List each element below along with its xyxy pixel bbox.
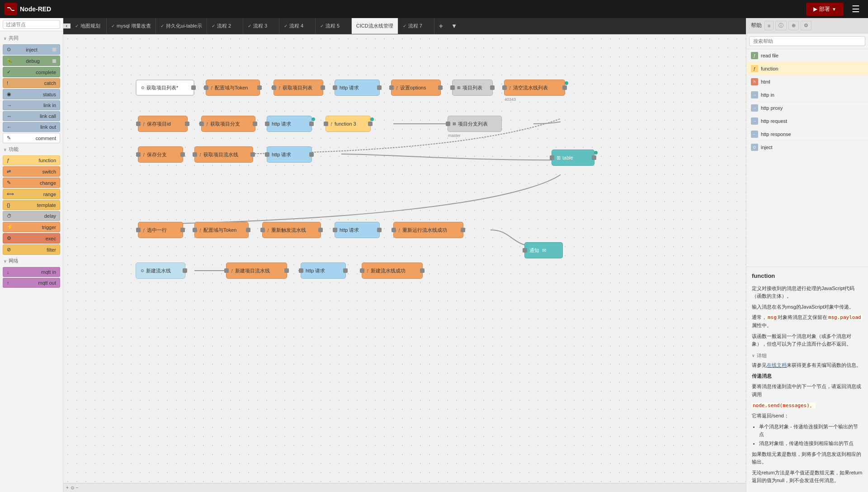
palette-node-inject[interactable]: ⊙ inject bbox=[3, 44, 60, 55]
port-right bbox=[420, 268, 425, 273]
palette-node-mqtt-in[interactable]: ↓ mqtt in bbox=[3, 267, 60, 277]
info-button[interactable]: ⓘ bbox=[775, 21, 787, 30]
function-node-icon: ƒ bbox=[199, 228, 202, 232]
bookmark-button[interactable]: ⊕ bbox=[788, 21, 799, 30]
tab-persist[interactable]: ✓ 持久化ui-table示 bbox=[156, 18, 207, 34]
node-select-row[interactable]: ƒ 选中一行 bbox=[138, 222, 183, 238]
tab-flow7[interactable]: ✓ 流程 7 bbox=[398, 18, 434, 34]
node-label: 获取项目列表 bbox=[283, 84, 312, 91]
palette-node-exec[interactable]: ⚙ exec bbox=[3, 233, 60, 244]
help-section-detail[interactable]: 详细 bbox=[752, 352, 863, 360]
help-item-html[interactable]: h html bbox=[746, 75, 868, 89]
node-get-project-pipeline[interactable]: ƒ 获取项目流水线 bbox=[194, 146, 253, 163]
help-item-read-file[interactable]: ƒ read file bbox=[746, 49, 868, 62]
tab-flow3[interactable]: ✓ 流程 3 bbox=[243, 18, 279, 34]
node-config-token-2[interactable]: ƒ 配置域与Token bbox=[194, 222, 249, 238]
zoom-out-button[interactable]: − bbox=[76, 485, 79, 490]
tabs-scroll-left[interactable]: ‹ bbox=[63, 23, 71, 28]
zoom-in-button[interactable]: + bbox=[66, 485, 69, 490]
node-http-request-1[interactable]: http 请求 bbox=[335, 80, 380, 96]
node-http-request-3[interactable]: http 请求 bbox=[267, 146, 312, 163]
help-search-input[interactable] bbox=[749, 36, 865, 46]
help-item-http-request[interactable]: → http request bbox=[746, 115, 868, 128]
help-item-inject[interactable]: ⊙ inject bbox=[746, 141, 868, 154]
palette-node-link-in[interactable]: → link in bbox=[3, 100, 60, 110]
list-view-button[interactable]: ≡ bbox=[764, 21, 774, 30]
palette-node-debug[interactable]: 🐛 debug bbox=[3, 56, 60, 66]
node-config-token-1[interactable]: ƒ 配置域与Token bbox=[206, 80, 260, 96]
node-label: 新建项目流水线 bbox=[235, 267, 270, 274]
inject-port bbox=[52, 48, 56, 52]
node-http-request-4[interactable]: http 请求 bbox=[335, 222, 380, 238]
tab-mysql[interactable]: ✓ mysql 增量改查 bbox=[107, 18, 156, 34]
palette-search-input[interactable] bbox=[3, 20, 60, 29]
palette-node-delay[interactable]: ⏱ delay bbox=[3, 211, 60, 221]
node-get-project-branch[interactable]: ƒ 获取项目分支 bbox=[201, 116, 255, 132]
tab-flow7-dot: ✓ bbox=[403, 23, 406, 28]
node-new-pipeline[interactable]: ⊙ 新建流水线 bbox=[136, 262, 185, 279]
palette-node-template[interactable]: {} template bbox=[3, 200, 60, 210]
tab-flow5[interactable]: ✓ 流程 5 bbox=[316, 18, 352, 34]
help-item-http-response[interactable]: ← http response bbox=[746, 128, 868, 141]
tab-map[interactable]: ✓ 地图规划 bbox=[71, 18, 107, 34]
palette-section-network[interactable]: 网络 bbox=[0, 256, 63, 266]
palette-node-filter[interactable]: ⊘ filter bbox=[3, 244, 60, 255]
palette-node-mqtt-out[interactable]: ↑ mqtt out bbox=[3, 278, 60, 288]
settings-button[interactable]: ⚙ bbox=[801, 21, 811, 30]
palette-node-function[interactable]: ƒ function bbox=[3, 155, 60, 165]
tab-flow4[interactable]: ✓ 流程 4 bbox=[279, 18, 316, 34]
help-item-http-in[interactable]: → http in bbox=[746, 89, 868, 102]
palette-node-trigger[interactable]: ⚡ trigger bbox=[3, 222, 60, 232]
palette-node-comment[interactable]: ✎ comment bbox=[3, 133, 60, 143]
palette-section-common[interactable]: 共同 bbox=[0, 33, 63, 43]
node-get-project-list[interactable]: ƒ 获取项目列表 bbox=[274, 80, 323, 96]
help-item-http-proxy[interactable]: → http proxy bbox=[746, 102, 868, 115]
tab-menu-button[interactable]: ▼ bbox=[448, 23, 461, 29]
node-save-branch[interactable]: ƒ 保存分支 bbox=[138, 146, 183, 163]
tab-flow4-dot: ✓ bbox=[284, 23, 288, 28]
node-table[interactable]: ⊞ table bbox=[552, 150, 594, 166]
node-retrigger-pipeline[interactable]: ƒ 重新触发流水线 bbox=[262, 222, 321, 238]
tab-cicd[interactable]: CICD流水线管理 bbox=[352, 18, 398, 34]
node-label: 设置options bbox=[400, 84, 426, 91]
palette-node-complete[interactable]: ✓ complete bbox=[3, 67, 60, 77]
palette-node-catch[interactable]: ! catch bbox=[3, 78, 60, 88]
node-label: 新建流水线 bbox=[146, 267, 171, 274]
node-clear-pipeline-list[interactable]: ƒ 清空流水线列表 40343 bbox=[504, 80, 565, 96]
trigger-node-icon: ⊙ bbox=[141, 268, 144, 273]
palette-node-change[interactable]: ✎ change bbox=[3, 178, 60, 188]
palette-section-function[interactable]: 功能 bbox=[0, 144, 63, 155]
palette-node-link-call[interactable]: ↔ link call bbox=[3, 111, 60, 121]
tab-flow2[interactable]: ✓ 流程 2 bbox=[207, 18, 243, 34]
palette-node-link-out[interactable]: ← link out bbox=[3, 122, 60, 132]
node-rerun-pipeline-success[interactable]: ƒ 重新运行流水线成功 bbox=[393, 222, 463, 238]
flow-canvas[interactable]: ⊙ 获取项目列表* ƒ 配置域与Token ƒ 获取项目列表 http 请求 bbox=[63, 34, 746, 483]
help-item-function[interactable]: ƒ function bbox=[746, 62, 868, 75]
node-project-list-table[interactable]: ⊞ 项目列表 bbox=[452, 80, 493, 96]
node-new-project-pipeline[interactable]: ƒ 新建项目流水线 bbox=[226, 262, 287, 279]
node-label: http 请求 bbox=[272, 121, 291, 127]
node-http-request-5[interactable]: http 请求 bbox=[301, 262, 346, 279]
svg-line-2 bbox=[10, 8, 12, 10]
node-notify[interactable]: 通知 ✉ bbox=[524, 242, 563, 258]
node-set-options[interactable]: ƒ 设置options bbox=[391, 80, 441, 96]
deploy-button[interactable]: ▶ 部署 ▼ bbox=[806, 3, 844, 16]
node-get-project-list-inject[interactable]: ⊙ 获取项目列表* bbox=[136, 80, 194, 96]
function-node-icon: ƒ bbox=[267, 228, 269, 232]
debug-icon: 🐛 bbox=[7, 58, 13, 64]
range-icon: ⟺ bbox=[7, 191, 14, 197]
online-doc-link[interactable]: 在线文档 bbox=[767, 362, 787, 368]
node-new-pipeline-success[interactable]: ƒ 新建流水线成功 bbox=[362, 262, 423, 279]
node-branch-list[interactable]: ⊞ 项目分支列表 master bbox=[448, 116, 502, 132]
zoom-fit-button[interactable]: ⊙ bbox=[71, 485, 74, 490]
node-save-project-id[interactable]: ƒ 保存项目id bbox=[138, 116, 188, 132]
palette-node-range[interactable]: ⟺ range bbox=[3, 189, 60, 199]
add-tab-button[interactable]: + bbox=[434, 22, 448, 30]
node-http-request-2[interactable]: http 请求 bbox=[267, 116, 312, 132]
menu-button[interactable]: ☰ bbox=[848, 2, 863, 16]
node-function-3[interactable]: ƒ function 3 bbox=[326, 116, 371, 132]
port-right bbox=[180, 152, 185, 157]
palette-node-switch[interactable]: ⇌ switch bbox=[3, 166, 60, 177]
palette-node-status[interactable]: ◉ status bbox=[3, 89, 60, 99]
port-left bbox=[260, 228, 265, 232]
